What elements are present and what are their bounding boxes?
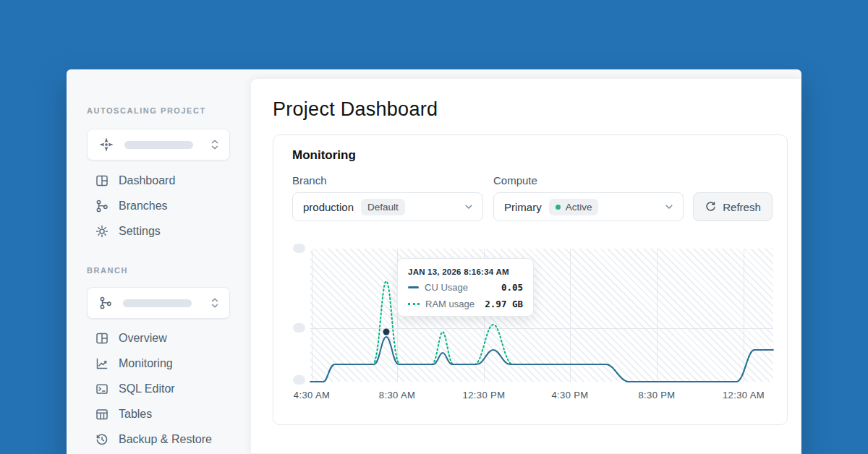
app-window: AUTOSCALING PROJECT Dashboard	[67, 69, 801, 454]
x-axis-tick-label: 8:30 AM	[379, 390, 415, 401]
sidebar-item-tables[interactable]: Tables	[87, 401, 250, 427]
ram-usage-line	[310, 281, 773, 382]
x-axis-tick-label: 4:30 AM	[294, 390, 330, 401]
active-status-badge: Active	[549, 199, 599, 215]
sidebar-item-monitoring[interactable]: Monitoring	[87, 351, 250, 376]
branch-nav: Overview Monitoring SQL Editor Tables	[87, 325, 250, 452]
tooltip-series-label: CU Usage	[425, 282, 468, 293]
tooltip-series-value: 0.05	[501, 282, 523, 293]
card-title: Monitoring	[292, 148, 356, 163]
sidebar-item-label: Monitoring	[119, 357, 173, 370]
chart-plot[interactable]: JAN 13, 2026 8:16:34 AM CU Usage 0.05 RA…	[310, 249, 773, 382]
compute-dropdown[interactable]: Primary Active	[493, 192, 684, 221]
chevron-down-icon	[464, 202, 474, 212]
x-axis-tick-label: 4:30 PM	[551, 390, 588, 401]
project-nav: Dashboard Branches Settings	[87, 168, 250, 244]
refresh-button-label: Refresh	[723, 201, 761, 213]
sidebar-item-sql-editor[interactable]: SQL Editor	[87, 376, 250, 401]
sidebar-item-label: Branches	[119, 200, 168, 213]
sidebar-item-label: SQL Editor	[119, 382, 175, 395]
dashboard-icon	[95, 174, 109, 188]
cu-usage-line	[310, 337, 773, 382]
compute-dropdown-value: Primary	[504, 201, 542, 213]
x-axis-tick-label: 12:30 PM	[463, 390, 506, 401]
branch-dropdown-value: production	[303, 201, 354, 213]
backup-restore-icon	[95, 432, 109, 447]
x-axis-labels: 4:30 AM8:30 AM12:30 PM4:30 PM8:30 PM12:3…	[310, 390, 773, 401]
project-name-placeholder	[124, 141, 193, 149]
chevron-up-down-icon[interactable]	[209, 137, 221, 152]
chevron-up-down-icon[interactable]	[209, 296, 221, 310]
sidebar-item-overview[interactable]: Overview	[87, 325, 250, 351]
status-text: Active	[566, 202, 592, 213]
tooltip-timestamp: JAN 13, 2026 8:16:34 AM	[408, 267, 523, 276]
x-axis-tick-label: 8:30 PM	[638, 390, 675, 401]
y-axis-pill	[293, 323, 305, 333]
main-panel: Project Dashboard Monitoring Branch Comp…	[250, 78, 801, 454]
chart-tooltip: JAN 13, 2026 8:16:34 AM CU Usage 0.05 RA…	[397, 258, 534, 317]
sidebar-item-backup-restore[interactable]: Backup & Restore	[87, 427, 250, 452]
overview-icon	[95, 331, 109, 346]
y-axis-pill	[293, 244, 305, 253]
monitoring-icon	[95, 356, 109, 371]
y-axis-pill	[293, 375, 305, 385]
branch-section-label: BRANCH	[87, 267, 250, 275]
tooltip-row-cu: CU Usage 0.05	[408, 282, 523, 293]
monitoring-card: Monitoring Branch Compute production Def…	[273, 134, 788, 425]
sidebar-item-label: Dashboard	[119, 174, 175, 187]
x-axis-tick-label: 12:30 AM	[723, 390, 765, 401]
tooltip-series-value: 2.97 GB	[485, 299, 523, 309]
sidebar-item-dashboard[interactable]: Dashboard	[87, 168, 250, 193]
project-section-label: AUTOSCALING PROJECT	[87, 107, 250, 115]
sql-editor-icon	[95, 382, 109, 396]
sidebar-item-branches[interactable]: Branches	[87, 193, 250, 218]
branch-selector[interactable]	[87, 287, 230, 319]
tables-icon	[95, 407, 109, 421]
branch-icon	[98, 296, 113, 310]
sidebar-item-label: Settings	[119, 225, 161, 238]
ram-usage-swatch-icon	[408, 303, 420, 305]
status-dot	[556, 205, 561, 210]
refresh-icon	[705, 201, 716, 213]
compute-field-label: Compute	[493, 174, 537, 187]
branch-dropdown[interactable]: production Default	[292, 192, 483, 221]
cu-usage-swatch-icon	[408, 286, 419, 288]
gear-icon	[95, 224, 109, 239]
refresh-button[interactable]: Refresh	[693, 192, 773, 221]
project-selector[interactable]	[87, 129, 230, 160]
branch-icon	[95, 199, 109, 213]
sidebar-item-label: Backup & Restore	[119, 433, 212, 446]
project-icon	[98, 137, 114, 153]
tooltip-row-ram: RAM usage 2.97 GB	[408, 299, 523, 309]
page-title: Project Dashboard	[273, 98, 438, 121]
sidebar: AUTOSCALING PROJECT Dashboard	[67, 69, 250, 454]
tooltip-series-label: RAM usage	[425, 299, 475, 309]
sidebar-item-label: Tables	[119, 408, 152, 421]
chevron-down-icon	[664, 202, 674, 212]
default-badge: Default	[361, 199, 405, 215]
sidebar-item-settings[interactable]: Settings	[87, 218, 250, 244]
usage-chart-svg	[310, 249, 773, 382]
branch-field-label: Branch	[292, 174, 327, 187]
hover-point-marker	[383, 329, 390, 335]
branch-name-placeholder	[123, 299, 192, 307]
sidebar-item-label: Overview	[119, 332, 167, 345]
